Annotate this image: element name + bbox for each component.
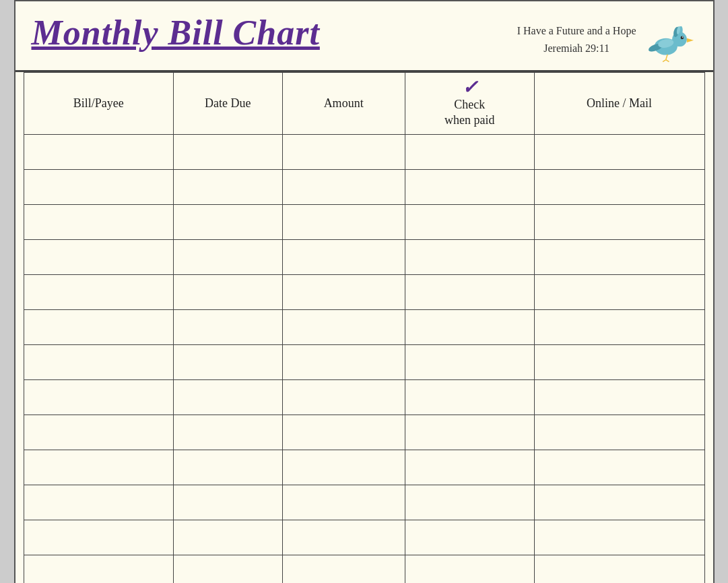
page-title: Monthly Bill Chart: [32, 13, 320, 52]
table-cell: [282, 555, 405, 583]
table-row: [24, 555, 704, 583]
table-row: [24, 134, 704, 169]
page: Monthly Bill Chart I Have a Future and a…: [14, 0, 715, 583]
table-cell: [24, 134, 173, 169]
table-cell: [534, 485, 704, 520]
table-cell: [405, 379, 534, 415]
table-cell: [534, 309, 704, 344]
table-row: [24, 204, 704, 239]
svg-marker-2: [686, 38, 693, 42]
check-symbol: ✓: [462, 78, 477, 97]
table-row: [24, 520, 704, 555]
table-cell: [282, 520, 405, 555]
table-cell: [282, 344, 405, 379]
header-subtitle: I Have a Future and a Hope Jeremiah 29:1…: [517, 22, 636, 57]
table-cell: [534, 379, 704, 415]
table-cell: [534, 450, 704, 485]
table-container: Bill/Payee Date Due Amount ✓ Checkwhen p…: [15, 72, 713, 583]
table-cell: [24, 274, 173, 309]
table-cell: [534, 415, 704, 450]
check-label: Checkwhen paid: [444, 97, 494, 129]
table-cell: [534, 520, 704, 555]
col-header-online: Online / Mail: [534, 73, 704, 135]
table-cell: [534, 204, 704, 239]
table-cell: [405, 274, 534, 309]
table-cell: [405, 169, 534, 204]
table-row: [24, 485, 704, 520]
bill-table: Bill/Payee Date Due Amount ✓ Checkwhen p…: [24, 72, 705, 583]
svg-point-3: [680, 36, 684, 40]
table-cell: [405, 204, 534, 239]
table-cell: [534, 169, 704, 204]
table-cell: [405, 485, 534, 520]
table-cell: [173, 309, 282, 344]
table-cell: [24, 309, 173, 344]
col-header-bill: Bill/Payee: [24, 73, 173, 135]
table-cell: [282, 274, 405, 309]
table-row: [24, 169, 704, 204]
table-cell: [534, 344, 704, 379]
table-cell: [173, 415, 282, 450]
table-cell: [24, 415, 173, 450]
table-cell: [173, 204, 282, 239]
table-cell: [405, 450, 534, 485]
table-cell: [405, 520, 534, 555]
table-cell: [405, 415, 534, 450]
table-cell: [173, 274, 282, 309]
table-cell: [173, 134, 282, 169]
table-cell: [534, 555, 704, 583]
table-cell: [173, 239, 282, 274]
col-header-check: ✓ Checkwhen paid: [405, 73, 534, 135]
svg-point-4: [682, 36, 683, 38]
table-cell: [282, 169, 405, 204]
table-cell: [282, 485, 405, 520]
table-row: [24, 450, 704, 485]
col-header-date: Date Due: [173, 73, 282, 135]
table-row: [24, 379, 704, 415]
table-cell: [24, 204, 173, 239]
table-cell: [173, 485, 282, 520]
table-cell: [282, 204, 405, 239]
table-cell: [282, 379, 405, 415]
table-cell: [282, 309, 405, 344]
table-cell: [173, 344, 282, 379]
table-cell: [405, 309, 534, 344]
table-cell: [534, 239, 704, 274]
table-cell: [24, 485, 173, 520]
table-cell: [405, 134, 534, 169]
table-cell: [282, 134, 405, 169]
table-cell: [24, 239, 173, 274]
table-cell: [24, 520, 173, 555]
svg-line-11: [663, 60, 666, 62]
table-header-row: Bill/Payee Date Due Amount ✓ Checkwhen p…: [24, 73, 704, 135]
table-cell: [24, 450, 173, 485]
table-cell: [173, 169, 282, 204]
table-cell: [173, 520, 282, 555]
table-cell: [405, 555, 534, 583]
table-cell: [405, 239, 534, 274]
table-row: [24, 415, 704, 450]
table-cell: [24, 379, 173, 415]
table-row: [24, 274, 704, 309]
table-cell: [534, 274, 704, 309]
table-row: [24, 344, 704, 379]
table-cell: [282, 415, 405, 450]
table-cell: [534, 134, 704, 169]
table-row: [24, 309, 704, 344]
table-cell: [282, 239, 405, 274]
table-cell: [24, 555, 173, 583]
svg-line-12: [665, 60, 669, 62]
table-cell: [173, 555, 282, 583]
table-cell: [24, 169, 173, 204]
table-body: [24, 134, 704, 583]
table-cell: [173, 450, 282, 485]
table-cell: [282, 450, 405, 485]
svg-line-10: [665, 55, 667, 60]
bird-icon: [643, 16, 697, 63]
col-header-amount: Amount: [282, 73, 405, 135]
table-cell: [405, 344, 534, 379]
table-cell: [173, 379, 282, 415]
header: Monthly Bill Chart I Have a Future and a…: [15, 1, 713, 72]
table-row: [24, 239, 704, 274]
header-right: I Have a Future and a Hope Jeremiah 29:1…: [517, 13, 697, 63]
